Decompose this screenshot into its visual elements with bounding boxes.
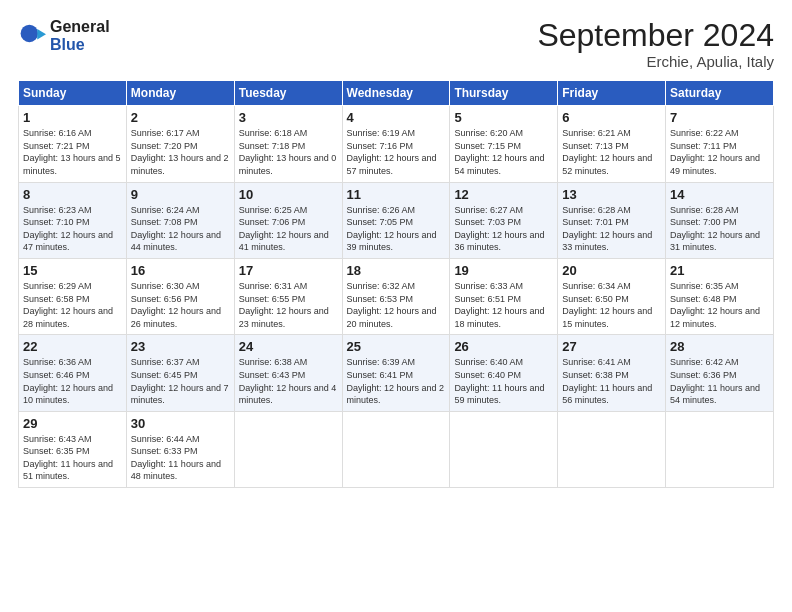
cell-content: Sunrise: 6:31 AMSunset: 6:55 PMDaylight:… xyxy=(239,280,338,330)
day-number: 26 xyxy=(454,339,553,354)
day-number: 12 xyxy=(454,187,553,202)
table-row: 15Sunrise: 6:29 AMSunset: 6:58 PMDayligh… xyxy=(19,258,127,334)
table-row: 29Sunrise: 6:43 AMSunset: 6:35 PMDayligh… xyxy=(19,411,127,487)
table-row: 17Sunrise: 6:31 AMSunset: 6:55 PMDayligh… xyxy=(234,258,342,334)
day-number: 25 xyxy=(347,339,446,354)
day-number: 16 xyxy=(131,263,230,278)
cell-content: Sunrise: 6:41 AMSunset: 6:38 PMDaylight:… xyxy=(562,356,661,406)
table-row: 3Sunrise: 6:18 AMSunset: 7:18 PMDaylight… xyxy=(234,106,342,182)
cell-content: Sunrise: 6:22 AMSunset: 7:11 PMDaylight:… xyxy=(670,127,769,177)
title-block: September 2024 Erchie, Apulia, Italy xyxy=(537,18,774,70)
week-row-3: 15Sunrise: 6:29 AMSunset: 6:58 PMDayligh… xyxy=(19,258,774,334)
week-row-1: 1Sunrise: 6:16 AMSunset: 7:21 PMDaylight… xyxy=(19,106,774,182)
day-number: 1 xyxy=(23,110,122,125)
table-row: 5Sunrise: 6:20 AMSunset: 7:15 PMDaylight… xyxy=(450,106,558,182)
day-number: 5 xyxy=(454,110,553,125)
day-number: 11 xyxy=(347,187,446,202)
table-row: 30Sunrise: 6:44 AMSunset: 6:33 PMDayligh… xyxy=(126,411,234,487)
main-title: September 2024 xyxy=(537,18,774,53)
week-row-5: 29Sunrise: 6:43 AMSunset: 6:35 PMDayligh… xyxy=(19,411,774,487)
cell-content: Sunrise: 6:43 AMSunset: 6:35 PMDaylight:… xyxy=(23,433,122,483)
header: General Blue September 2024 Erchie, Apul… xyxy=(18,18,774,70)
cell-content: Sunrise: 6:29 AMSunset: 6:58 PMDaylight:… xyxy=(23,280,122,330)
day-number: 4 xyxy=(347,110,446,125)
table-row: 22Sunrise: 6:36 AMSunset: 6:46 PMDayligh… xyxy=(19,335,127,411)
week-row-4: 22Sunrise: 6:36 AMSunset: 6:46 PMDayligh… xyxy=(19,335,774,411)
cell-content: Sunrise: 6:19 AMSunset: 7:16 PMDaylight:… xyxy=(347,127,446,177)
day-number: 7 xyxy=(670,110,769,125)
day-number: 10 xyxy=(239,187,338,202)
table-row: 9Sunrise: 6:24 AMSunset: 7:08 PMDaylight… xyxy=(126,182,234,258)
day-number: 23 xyxy=(131,339,230,354)
cell-content: Sunrise: 6:40 AMSunset: 6:40 PMDaylight:… xyxy=(454,356,553,406)
subtitle: Erchie, Apulia, Italy xyxy=(537,53,774,70)
day-number: 18 xyxy=(347,263,446,278)
cell-content: Sunrise: 6:38 AMSunset: 6:43 PMDaylight:… xyxy=(239,356,338,406)
cell-content: Sunrise: 6:17 AMSunset: 7:20 PMDaylight:… xyxy=(131,127,230,177)
calendar-body: 1Sunrise: 6:16 AMSunset: 7:21 PMDaylight… xyxy=(19,106,774,488)
logo-text: General Blue xyxy=(50,18,110,53)
table-row xyxy=(342,411,450,487)
cell-content: Sunrise: 6:44 AMSunset: 6:33 PMDaylight:… xyxy=(131,433,230,483)
col-friday: Friday xyxy=(558,81,666,106)
day-number: 30 xyxy=(131,416,230,431)
table-row: 19Sunrise: 6:33 AMSunset: 6:51 PMDayligh… xyxy=(450,258,558,334)
table-row: 4Sunrise: 6:19 AMSunset: 7:16 PMDaylight… xyxy=(342,106,450,182)
table-row: 13Sunrise: 6:28 AMSunset: 7:01 PMDayligh… xyxy=(558,182,666,258)
table-row: 1Sunrise: 6:16 AMSunset: 7:21 PMDaylight… xyxy=(19,106,127,182)
table-row: 18Sunrise: 6:32 AMSunset: 6:53 PMDayligh… xyxy=(342,258,450,334)
logo-blue: Blue xyxy=(50,36,110,54)
table-row: 21Sunrise: 6:35 AMSunset: 6:48 PMDayligh… xyxy=(666,258,774,334)
table-row: 11Sunrise: 6:26 AMSunset: 7:05 PMDayligh… xyxy=(342,182,450,258)
cell-content: Sunrise: 6:28 AMSunset: 7:00 PMDaylight:… xyxy=(670,204,769,254)
day-number: 6 xyxy=(562,110,661,125)
table-row: 6Sunrise: 6:21 AMSunset: 7:13 PMDaylight… xyxy=(558,106,666,182)
table-row xyxy=(450,411,558,487)
col-thursday: Thursday xyxy=(450,81,558,106)
table-row: 27Sunrise: 6:41 AMSunset: 6:38 PMDayligh… xyxy=(558,335,666,411)
cell-content: Sunrise: 6:42 AMSunset: 6:36 PMDaylight:… xyxy=(670,356,769,406)
cell-content: Sunrise: 6:23 AMSunset: 7:10 PMDaylight:… xyxy=(23,204,122,254)
calendar-table: Sunday Monday Tuesday Wednesday Thursday… xyxy=(18,80,774,488)
day-number: 14 xyxy=(670,187,769,202)
svg-point-0 xyxy=(21,24,39,42)
logo-general: General xyxy=(50,18,110,36)
cell-content: Sunrise: 6:39 AMSunset: 6:41 PMDaylight:… xyxy=(347,356,446,406)
day-number: 22 xyxy=(23,339,122,354)
day-number: 21 xyxy=(670,263,769,278)
cell-content: Sunrise: 6:20 AMSunset: 7:15 PMDaylight:… xyxy=(454,127,553,177)
cell-content: Sunrise: 6:26 AMSunset: 7:05 PMDaylight:… xyxy=(347,204,446,254)
cell-content: Sunrise: 6:28 AMSunset: 7:01 PMDaylight:… xyxy=(562,204,661,254)
cell-content: Sunrise: 6:36 AMSunset: 6:46 PMDaylight:… xyxy=(23,356,122,406)
table-row: 14Sunrise: 6:28 AMSunset: 7:00 PMDayligh… xyxy=(666,182,774,258)
table-row: 10Sunrise: 6:25 AMSunset: 7:06 PMDayligh… xyxy=(234,182,342,258)
day-number: 24 xyxy=(239,339,338,354)
table-row: 2Sunrise: 6:17 AMSunset: 7:20 PMDaylight… xyxy=(126,106,234,182)
col-wednesday: Wednesday xyxy=(342,81,450,106)
cell-content: Sunrise: 6:30 AMSunset: 6:56 PMDaylight:… xyxy=(131,280,230,330)
day-number: 8 xyxy=(23,187,122,202)
cell-content: Sunrise: 6:18 AMSunset: 7:18 PMDaylight:… xyxy=(239,127,338,177)
day-number: 9 xyxy=(131,187,230,202)
table-row: 23Sunrise: 6:37 AMSunset: 6:45 PMDayligh… xyxy=(126,335,234,411)
logo: General Blue xyxy=(18,18,110,53)
day-number: 13 xyxy=(562,187,661,202)
cell-content: Sunrise: 6:25 AMSunset: 7:06 PMDaylight:… xyxy=(239,204,338,254)
day-number: 15 xyxy=(23,263,122,278)
table-row: 28Sunrise: 6:42 AMSunset: 6:36 PMDayligh… xyxy=(666,335,774,411)
cell-content: Sunrise: 6:35 AMSunset: 6:48 PMDaylight:… xyxy=(670,280,769,330)
day-number: 29 xyxy=(23,416,122,431)
svg-marker-1 xyxy=(37,29,46,40)
header-row: Sunday Monday Tuesday Wednesday Thursday… xyxy=(19,81,774,106)
cell-content: Sunrise: 6:21 AMSunset: 7:13 PMDaylight:… xyxy=(562,127,661,177)
week-row-2: 8Sunrise: 6:23 AMSunset: 7:10 PMDaylight… xyxy=(19,182,774,258)
cell-content: Sunrise: 6:33 AMSunset: 6:51 PMDaylight:… xyxy=(454,280,553,330)
table-row: 24Sunrise: 6:38 AMSunset: 6:43 PMDayligh… xyxy=(234,335,342,411)
table-row: 12Sunrise: 6:27 AMSunset: 7:03 PMDayligh… xyxy=(450,182,558,258)
table-row: 20Sunrise: 6:34 AMSunset: 6:50 PMDayligh… xyxy=(558,258,666,334)
table-row: 16Sunrise: 6:30 AMSunset: 6:56 PMDayligh… xyxy=(126,258,234,334)
table-row: 8Sunrise: 6:23 AMSunset: 7:10 PMDaylight… xyxy=(19,182,127,258)
table-row xyxy=(558,411,666,487)
table-row: 7Sunrise: 6:22 AMSunset: 7:11 PMDaylight… xyxy=(666,106,774,182)
table-row xyxy=(234,411,342,487)
